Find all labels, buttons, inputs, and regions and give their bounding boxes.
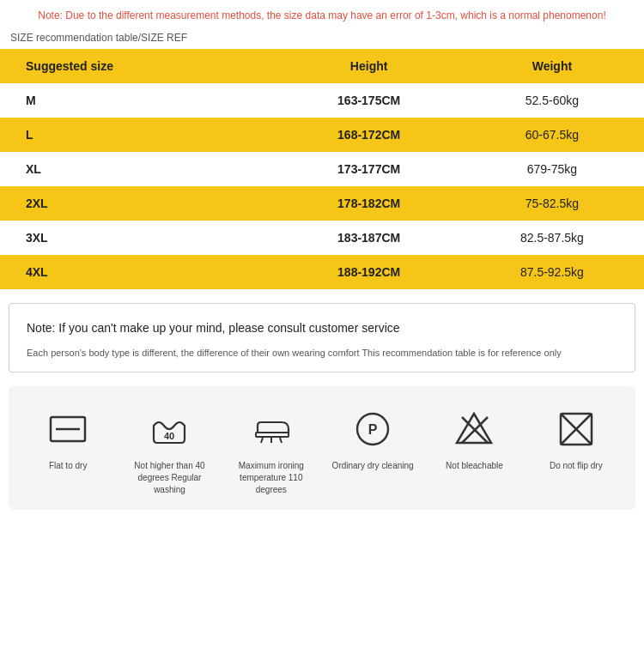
table-cell-size: XL: [0, 152, 277, 186]
size-ref-label: SIZE recommendation table/SIZE REF: [0, 28, 644, 49]
table-cell-size: 2XL: [0, 186, 277, 221]
dry-clean-icon: P: [347, 403, 398, 455]
wash-40-label: Not higher than 40 degrees Regular washi…: [125, 460, 215, 496]
table-row: L168-172CM60-67.5kg: [0, 118, 644, 152]
no-flip-dry-icon: [550, 403, 602, 455]
svg-line-4: [261, 438, 263, 443]
col-header-height: Height: [277, 49, 459, 83]
table-cell-weight: 60-67.5kg: [460, 118, 644, 152]
care-item-wash-40: 40 Not higher than 40 degrees Regular wa…: [125, 403, 215, 496]
table-cell-weight: 82.5-87.5kg: [460, 221, 644, 255]
care-item-iron-110: Maximum ironing temperature 110 degrees: [226, 403, 316, 496]
note-box-desc: Each person's body type is different, th…: [27, 346, 617, 360]
svg-text:P: P: [368, 422, 378, 437]
iron-110-label: Maximum ironing temperature 110 degrees: [226, 460, 316, 496]
no-bleach-label: Not bleachable: [446, 460, 503, 472]
table-row: 3XL183-187CM82.5-87.5kg: [0, 221, 644, 255]
table-cell-height: 183-187CM: [277, 221, 459, 255]
table-row: M163-175CM52.5-60kg: [0, 83, 644, 118]
care-icons-row: Flat to dry 40 Not higher than 40 degree…: [17, 403, 627, 496]
table-cell-height: 163-175CM: [277, 83, 459, 118]
table-cell-weight: 87.5-92.5kg: [460, 255, 644, 289]
table-cell-weight: 679-75kg: [460, 152, 644, 186]
care-item-no-bleach: Not bleachable: [429, 403, 519, 472]
table-cell-size: 4XL: [0, 255, 277, 289]
table-cell-size: 3XL: [0, 221, 277, 255]
col-header-size: Suggested size: [0, 49, 277, 83]
table-row: 2XL178-182CM75-82.5kg: [0, 186, 644, 221]
flat-dry-label: Flat to dry: [49, 460, 87, 472]
care-section: Flat to dry 40 Not higher than 40 degree…: [9, 386, 635, 510]
top-note: Note: Due to the different measurement m…: [0, 0, 644, 28]
table-cell-height: 178-182CM: [277, 186, 459, 221]
table-cell-size: M: [0, 83, 277, 118]
no-bleach-icon: [448, 403, 500, 455]
svg-line-6: [280, 438, 282, 443]
care-item-flat-dry: Flat to dry: [23, 403, 113, 472]
wash-40-icon: 40: [143, 403, 195, 455]
table-cell-size: L: [0, 118, 277, 152]
note-box-title: Note: If you can't make up your mind, pl…: [27, 319, 617, 337]
table-cell-weight: 75-82.5kg: [460, 186, 644, 221]
note-box: Note: If you can't make up your mind, pl…: [9, 303, 635, 373]
table-cell-weight: 52.5-60kg: [460, 83, 644, 118]
table-cell-height: 168-172CM: [277, 118, 459, 152]
table-cell-height: 173-177CM: [277, 152, 459, 186]
table-cell-height: 188-192CM: [277, 255, 459, 289]
col-header-weight: Weight: [460, 49, 644, 83]
svg-text:40: 40: [164, 431, 174, 441]
care-item-dry-clean: P Ordinary dry cleaning: [328, 403, 418, 472]
flat-dry-icon: [42, 403, 94, 455]
no-flip-dry-label: Do not flip dry: [550, 460, 603, 472]
size-table: Suggested size Height Weight M163-175CM5…: [0, 49, 644, 289]
dry-clean-label: Ordinary dry cleaning: [332, 460, 414, 472]
table-row: XL173-177CM679-75kg: [0, 152, 644, 186]
iron-110-icon: [246, 403, 297, 455]
table-row: 4XL188-192CM87.5-92.5kg: [0, 255, 644, 289]
care-item-no-flip-dry: Do not flip dry: [531, 403, 621, 472]
svg-rect-3: [256, 433, 289, 437]
